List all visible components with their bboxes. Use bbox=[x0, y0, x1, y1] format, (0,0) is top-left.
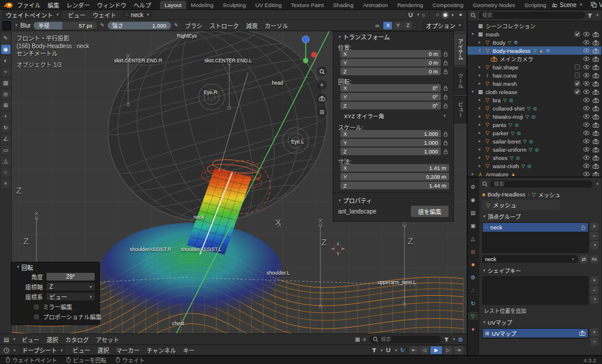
sort-alpha-button[interactable]: Az bbox=[590, 255, 598, 263]
eye-icon[interactable] bbox=[583, 114, 590, 119]
expander-icon[interactable]: ▸ bbox=[477, 114, 482, 119]
sample-weight-tool[interactable]: ◎ bbox=[1, 89, 11, 99]
eye-icon[interactable] bbox=[583, 172, 590, 176]
camera-toggle-icon[interactable] bbox=[579, 330, 586, 336]
remove-shape-key-button[interactable]: − bbox=[590, 286, 598, 294]
chevron-down-icon[interactable]: ▾ bbox=[13, 337, 15, 342]
eye-icon[interactable] bbox=[583, 163, 590, 168]
eye-icon[interactable] bbox=[583, 122, 590, 127]
mirror-checkbox[interactable] bbox=[34, 304, 39, 310]
proportional-edit-icon[interactable]: ○ bbox=[422, 12, 425, 18]
dope-sheet-mode-dropdown[interactable]: ドープシート▾ bbox=[19, 345, 66, 355]
scene-name[interactable]: Scene bbox=[560, 2, 576, 8]
asset-menu-item[interactable]: カタログ bbox=[62, 335, 92, 344]
scale-field[interactable]: X1.000 bbox=[333, 129, 453, 138]
camera-toggle-icon[interactable] bbox=[592, 48, 600, 54]
asset-search-input[interactable] bbox=[381, 336, 437, 342]
draw-brush-tool[interactable]: ✎ bbox=[1, 34, 11, 43]
properties-tab-scene[interactable]: △ bbox=[468, 234, 479, 243]
properties-tab-tool[interactable]: ⚙ bbox=[468, 182, 479, 191]
strength-slider[interactable]: 強さ 1.000 bbox=[108, 22, 171, 29]
expander-icon[interactable]: ▸ bbox=[470, 172, 475, 176]
camera-toggle-icon[interactable] bbox=[592, 65, 600, 70]
vertex-group-specials-button[interactable]: ▾ bbox=[590, 241, 598, 249]
properties-tab-output[interactable]: ▤ bbox=[468, 208, 479, 217]
brush-preview[interactable] bbox=[2, 21, 11, 30]
vertex-group-dropdown[interactable]: ∴ neck▾ bbox=[122, 11, 153, 19]
expander-icon[interactable]: ▸ bbox=[477, 98, 482, 102]
asset-browser-icon[interactable]: ▤ bbox=[4, 336, 9, 343]
location-field[interactable]: Z0 m bbox=[333, 67, 453, 76]
add-vertex-group-button[interactable]: + bbox=[590, 222, 598, 231]
pressure-toggle-icon[interactable]: ✎ bbox=[174, 22, 179, 28]
eye-icon[interactable] bbox=[583, 89, 590, 94]
brush-menu-item[interactable]: ブラシ bbox=[181, 21, 206, 30]
vertex-group-item[interactable]: ∴ neck bbox=[483, 223, 588, 232]
workspace-tab-modeling[interactable]: Modeling bbox=[186, 1, 219, 9]
camera-toggle-icon[interactable] bbox=[592, 131, 600, 136]
brush-menu-item[interactable]: 減衰 bbox=[242, 21, 261, 30]
expander-icon[interactable]: ▸ bbox=[477, 163, 482, 168]
asset-menu-item[interactable]: ビュー bbox=[18, 335, 43, 344]
dope-sheet-icon[interactable] bbox=[4, 348, 9, 353]
camera-toggle-icon[interactable] bbox=[592, 32, 600, 37]
location-field[interactable]: Y0 m bbox=[333, 58, 453, 67]
shading-material-icon[interactable]: ◐ bbox=[449, 11, 457, 19]
outliner-row[interactable]: ▦シーンコレクション bbox=[467, 22, 601, 30]
camera-toggle-icon[interactable] bbox=[592, 81, 600, 86]
remove-uv-map-button[interactable]: − bbox=[590, 338, 598, 346]
chevron-down-icon[interactable]: ▾ bbox=[14, 348, 16, 353]
symmetry-z-toggle[interactable]: Z bbox=[403, 22, 412, 29]
workspace-tab-scripting[interactable]: Scripting bbox=[520, 1, 551, 9]
workspace-tab-shading[interactable]: Shading bbox=[329, 1, 359, 9]
properties-tab-physics[interactable]: ↻ bbox=[468, 299, 479, 308]
lock-icon[interactable] bbox=[443, 85, 449, 91]
checkbox-unchecked-icon[interactable] bbox=[573, 64, 581, 70]
properties-tab-particles[interactable]: ∴ bbox=[468, 286, 479, 295]
snap-magnet-icon[interactable] bbox=[408, 12, 413, 18]
play-button[interactable]: ▶ bbox=[430, 346, 442, 354]
eye-icon[interactable] bbox=[583, 131, 590, 135]
symmetry-x-toggle[interactable]: X bbox=[383, 22, 392, 29]
camera-toggle-icon[interactable] bbox=[592, 56, 600, 62]
outliner-row[interactable]: ▸▽sailar-beret▽◎ bbox=[467, 137, 601, 145]
vertex-group-filter-input[interactable] bbox=[485, 256, 570, 262]
blur-brush-tool[interactable]: ◉ bbox=[1, 45, 11, 54]
eye-icon[interactable] bbox=[583, 106, 590, 111]
camera-toggle-icon[interactable] bbox=[592, 40, 600, 45]
annotate-tool[interactable]: + bbox=[1, 112, 11, 121]
asset-menu-item[interactable]: アセット bbox=[92, 335, 123, 344]
dimension-field[interactable]: Z1.44 m bbox=[333, 181, 453, 190]
app-menu-item[interactable]: ウィンドウ bbox=[93, 1, 130, 9]
rotation-field[interactable]: Z0° bbox=[333, 101, 453, 110]
expander-icon[interactable]: ▸ bbox=[477, 106, 482, 111]
scale-tool[interactable]: △ bbox=[1, 156, 11, 166]
proportional-checkbox[interactable] bbox=[34, 314, 39, 320]
dimension-field[interactable]: X1.41 m bbox=[333, 163, 453, 172]
prev-keyframe-button[interactable]: ◁ bbox=[420, 346, 429, 354]
lock-icon[interactable] bbox=[443, 60, 449, 66]
workspace-tab-animation[interactable]: Animation bbox=[358, 1, 392, 9]
brush-name[interactable]: Blur bbox=[21, 22, 31, 29]
jump-end-button[interactable]: ⇥ bbox=[454, 346, 463, 354]
invert-filter-button[interactable]: ⇄ bbox=[580, 255, 588, 263]
n-panel-tab-2[interactable]: ビュー bbox=[454, 96, 467, 123]
dope-menu-item[interactable]: 選択 bbox=[93, 346, 112, 355]
projection-control[interactable]: ⊞ bbox=[317, 107, 327, 117]
expander-icon[interactable]: ▾ bbox=[470, 32, 475, 36]
move-tool[interactable]: ∠ bbox=[1, 134, 11, 143]
snap-magnet-icon[interactable] bbox=[386, 348, 391, 353]
workspace-tab-rendering[interactable]: Rendering bbox=[393, 1, 428, 9]
outliner-row[interactable]: ▸▽sailar-uniform▽◎ bbox=[467, 145, 601, 153]
camera-toggle-icon[interactable] bbox=[592, 114, 600, 119]
checkbox-checked-icon[interactable] bbox=[573, 89, 581, 95]
chevron-down-icon[interactable]: ▾ bbox=[596, 13, 598, 18]
eye-icon[interactable] bbox=[583, 139, 590, 143]
shape-key-specials-button[interactable]: ▾ bbox=[590, 295, 598, 303]
properties-tab-object[interactable]: ■ bbox=[468, 260, 479, 269]
outliner-row[interactable]: ▸▽bra▽◎ bbox=[467, 96, 601, 104]
lock-icon[interactable] bbox=[443, 140, 449, 146]
location-field[interactable]: X0 m bbox=[333, 49, 453, 58]
filter-icon[interactable] bbox=[444, 337, 449, 342]
transform-panel-header[interactable]: ▾トランスフォーム bbox=[333, 32, 453, 42]
